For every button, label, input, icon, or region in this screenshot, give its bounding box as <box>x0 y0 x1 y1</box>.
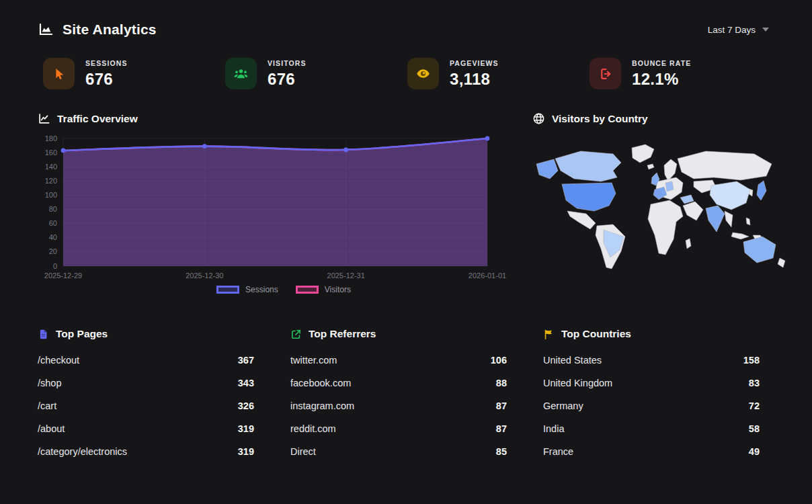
svg-text:2025-12-30: 2025-12-30 <box>186 271 223 280</box>
top-countries-title: Top Countries <box>561 328 631 340</box>
cursor-icon <box>43 58 75 89</box>
file-icon <box>38 329 49 340</box>
page-title: Site Analytics <box>63 22 157 38</box>
map-turkey <box>680 195 694 204</box>
exit-icon <box>590 58 621 89</box>
list-item: /shop343 <box>38 372 254 394</box>
list-item: /checkout367 <box>38 349 254 372</box>
svg-text:40: 40 <box>49 233 57 241</box>
chart-line-icon <box>38 112 50 125</box>
list-item: Germany72 <box>543 394 760 417</box>
traffic-overview-title: Traffic Overview <box>57 113 138 125</box>
map-philippines <box>746 218 750 225</box>
list-item: France49 <box>543 440 760 463</box>
referrer-name: instagram.com <box>290 401 354 411</box>
svg-text:120: 120 <box>45 177 57 185</box>
map-canada <box>555 151 621 181</box>
referrer-count: 85 <box>496 446 507 457</box>
list-item: /category/electronics319 <box>38 440 254 463</box>
stat-card-sessions: SESSIONS 676 <box>43 58 225 89</box>
svg-text:20: 20 <box>49 247 57 255</box>
map-usa <box>562 183 616 211</box>
list-item: twitter.com106 <box>290 349 507 372</box>
chevron-down-icon <box>762 28 769 32</box>
map-australia <box>743 237 776 263</box>
country-count: 83 <box>749 378 760 388</box>
svg-text:2026-01-01: 2026-01-01 <box>469 271 506 280</box>
legend-label: Sessions <box>245 285 278 294</box>
svg-text:80: 80 <box>49 205 57 213</box>
list-item: Direct85 <box>290 440 507 463</box>
flag-icon <box>543 329 555 340</box>
chart-area-icon <box>38 22 54 38</box>
referrer-name: twitter.com <box>290 355 337 366</box>
country-count: 58 <box>749 423 760 434</box>
map-greenland <box>632 144 654 163</box>
visitors-by-country-section: Visitors by Country <box>532 112 801 294</box>
stat-value: 3,118 <box>450 70 499 89</box>
globe-icon <box>532 112 545 125</box>
country-count: 72 <box>749 401 760 411</box>
visitors-by-country-title: Visitors by Country <box>552 113 648 125</box>
map-japan <box>757 181 766 200</box>
svg-text:2025-12-31: 2025-12-31 <box>327 271 365 280</box>
country-count: 49 <box>749 446 760 457</box>
referrer-count: 87 <box>496 423 507 434</box>
list-item: United States158 <box>543 349 760 372</box>
external-link-icon <box>290 329 302 340</box>
referrer-name: reddit.com <box>290 423 336 434</box>
stat-label: SESSIONS <box>85 59 127 67</box>
date-range-label: Last 7 Days <box>708 25 756 35</box>
top-pages-panel: Top Pages /checkout367 /shop343 /cart326… <box>38 328 254 463</box>
page-path: /category/electronics <box>38 446 127 457</box>
svg-text:100: 100 <box>45 191 57 199</box>
list-item: instagram.com87 <box>290 394 507 417</box>
referrer-count: 88 <box>496 378 507 388</box>
chart-legend: SessionsVisitors <box>58 285 510 294</box>
map-russia <box>678 151 772 180</box>
stat-card-pageviews: PAGEVIEWS 3,118 <box>407 58 590 89</box>
stat-label: PAGEVIEWS <box>450 59 499 67</box>
legend-swatch <box>216 286 239 294</box>
stat-card-visitors: VISITORS 676 <box>225 58 407 89</box>
world-map <box>532 142 801 271</box>
traffic-overview-section: Traffic Overview 02040608010012014016018… <box>38 112 510 294</box>
legend-item-sessions[interactable]: Sessions <box>216 285 278 294</box>
svg-text:60: 60 <box>49 219 57 227</box>
header: Site Analytics Last 7 Days <box>0 0 812 38</box>
map-india <box>706 206 725 232</box>
traffic-chart-svg: 0204060801001201401601802025-12-292025-1… <box>38 133 507 284</box>
page-path: /cart <box>38 401 56 411</box>
page-count: 319 <box>238 446 254 457</box>
users-icon <box>225 58 257 89</box>
svg-text:140: 140 <box>45 163 57 171</box>
svg-text:2025-12-29: 2025-12-29 <box>44 271 82 280</box>
date-range-dropdown[interactable]: Last 7 Days <box>708 25 769 35</box>
referrer-count: 87 <box>496 401 507 411</box>
top-pages-title: Top Pages <box>56 328 108 340</box>
page-path: /checkout <box>38 355 79 366</box>
list-item: India58 <box>543 417 760 440</box>
stat-label: VISITORS <box>268 59 307 67</box>
country-name: India <box>543 423 564 434</box>
stat-cards: SESSIONS 676 VISITORS 676 <box>0 38 812 89</box>
svg-text:0: 0 <box>53 262 57 270</box>
country-name: France <box>543 446 573 457</box>
country-count: 158 <box>743 355 760 366</box>
map-china <box>710 181 750 210</box>
list-item: United Kingdom83 <box>543 372 760 394</box>
page-path: /about <box>38 423 65 434</box>
page-count: 343 <box>238 378 254 388</box>
referrer-name: Direct <box>290 446 316 457</box>
legend-item-visitors[interactable]: Visitors <box>296 285 351 294</box>
page-count: 319 <box>238 423 254 434</box>
stat-value: 676 <box>268 70 307 89</box>
list-item: reddit.com87 <box>290 417 507 440</box>
page-count: 326 <box>238 401 254 411</box>
referrer-name: facebook.com <box>290 378 351 388</box>
list-item: /cart326 <box>38 394 254 417</box>
referrer-count: 106 <box>491 355 507 366</box>
bottom-panels: Top Pages /checkout367 /shop343 /cart326… <box>0 294 812 463</box>
country-name: United Kingdom <box>543 378 612 388</box>
stat-value: 12.1% <box>632 70 691 89</box>
